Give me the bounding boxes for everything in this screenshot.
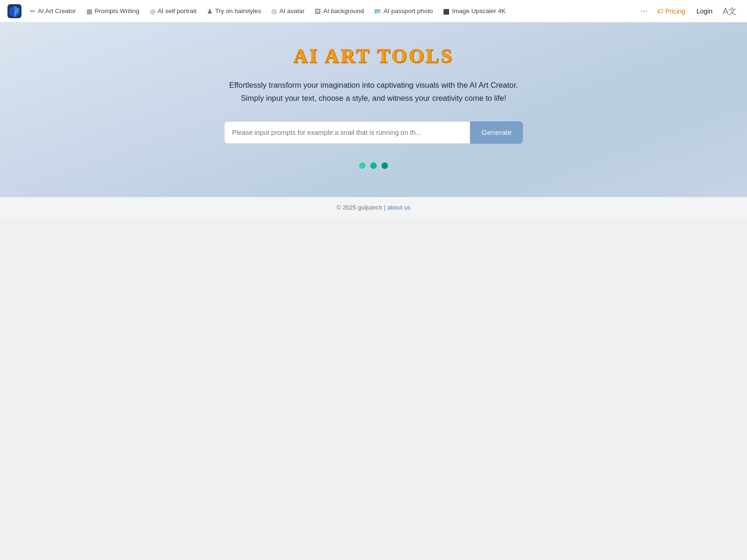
bars-icon [86, 7, 92, 15]
passport-icon [374, 7, 381, 15]
nav-item-label: AI self portrait [158, 7, 197, 14]
hero-subtitle: Effortlessly transform your imagination … [229, 78, 518, 105]
nav-item-prompts-writing[interactable]: Prompts Writing [82, 5, 144, 18]
nav-more-button[interactable]: ··· [638, 4, 650, 18]
dot-3 [381, 162, 388, 169]
hero-input-row: Generate [224, 121, 523, 144]
nav-item-label: Image Upscaler 4K [452, 7, 506, 14]
person-icon [207, 7, 213, 15]
footer: © 2025 guijutech | about us [0, 197, 747, 217]
hero-subtitle-line1: Effortlessly transform your imagination … [229, 81, 518, 89]
nav-item-label: AI background [323, 7, 364, 14]
tag-icon: 🏷 [657, 7, 663, 15]
navbar: AI Art Creator Prompts Writing AI self p… [0, 0, 747, 22]
circle-dot-icon [271, 7, 277, 15]
generate-button[interactable]: Generate [470, 121, 523, 144]
nav-item-image-upscaler-4k[interactable]: Image Upscaler 4K [438, 5, 510, 18]
loading-dots [359, 162, 388, 169]
nav-logo[interactable] [7, 4, 21, 18]
hero-section: AI ART TOOLS Effortlessly transform your… [0, 22, 747, 197]
nav-item-ai-passport-photo[interactable]: AI passport photo [369, 5, 437, 18]
nav-item-label: Try on hairstyles [215, 7, 261, 14]
hero-subtitle-line2: Simply input your text, choose a style, … [241, 94, 507, 102]
nav-item-try-on-hairstyles[interactable]: Try on hairstyles [202, 5, 266, 18]
nav-item-label: AI avatar [279, 7, 304, 14]
nav-item-label: AI passport photo [383, 7, 433, 14]
image-icon [315, 7, 321, 15]
nav-item-label: AI Art Creator [38, 7, 76, 14]
portrait-icon [150, 7, 155, 15]
prompt-input[interactable] [224, 121, 470, 144]
hero-title: AI ART TOOLS [293, 45, 453, 67]
translate-button[interactable]: A文 [720, 4, 740, 19]
nav-right: ··· 🏷 Pricing Login A文 [638, 4, 740, 19]
nav-item-ai-art-creator[interactable]: AI Art Creator [25, 5, 81, 18]
nav-item-ai-self-portrait[interactable]: AI self portrait [145, 5, 201, 18]
nav-items: AI Art Creator Prompts Writing AI self p… [25, 5, 638, 18]
dot-2 [370, 162, 377, 169]
footer-copyright: © 2025 guijutech [337, 204, 382, 211]
pencil-icon [30, 7, 35, 15]
nav-login-button[interactable]: Login [692, 6, 717, 17]
nav-item-label: Prompts Writing [95, 7, 140, 14]
upscale-icon [443, 7, 450, 15]
nav-pricing-button[interactable]: 🏷 Pricing [653, 6, 689, 17]
nav-item-ai-avatar[interactable]: AI avatar [267, 5, 309, 18]
dot-1 [359, 162, 366, 169]
about-us-link[interactable]: about us [387, 204, 410, 211]
nav-item-ai-background[interactable]: AI background [310, 5, 368, 18]
pricing-label: Pricing [665, 7, 685, 15]
